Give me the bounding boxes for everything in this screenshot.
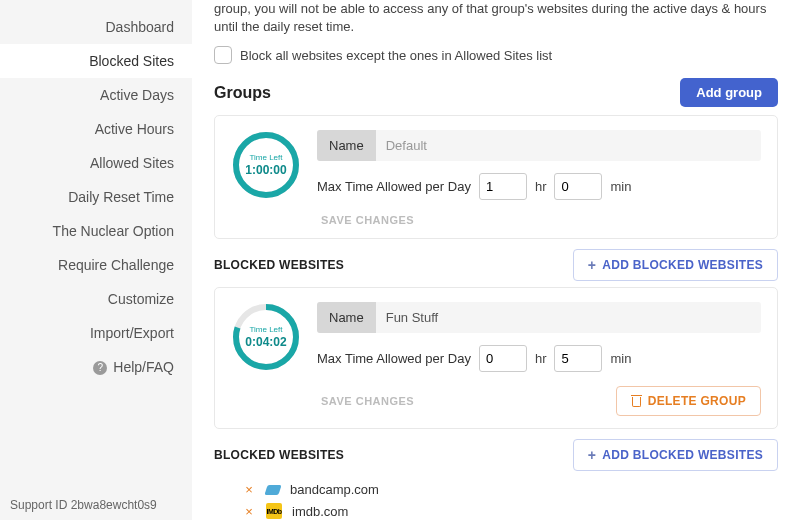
site-domain: imdb.com bbox=[292, 504, 348, 519]
add-blocked-label: ADD BLOCKED WEBSITES bbox=[602, 258, 763, 272]
sidebar-item-daily-reset-time[interactable]: Daily Reset Time bbox=[0, 180, 192, 214]
sidebar: Dashboard Blocked Sites Active Days Acti… bbox=[0, 0, 192, 520]
block-all-checkbox[interactable] bbox=[214, 46, 232, 64]
time-left-value: 1:00:00 bbox=[245, 163, 286, 177]
delete-group-button[interactable]: DELETE GROUP bbox=[616, 386, 761, 416]
support-id: Support ID 2bwa8ewcht0s9 bbox=[10, 498, 157, 512]
sidebar-item-active-days[interactable]: Active Days bbox=[0, 78, 192, 112]
add-blocked-label: ADD BLOCKED WEBSITES bbox=[602, 448, 763, 462]
time-left-label: Time Left bbox=[249, 325, 282, 334]
blocked-site-row: × IMDb imdb.com bbox=[242, 500, 778, 520]
block-all-label: Block all websites except the ones in Al… bbox=[240, 48, 552, 63]
group-card: Time Left 1:00:00 Name Max Time Allowed … bbox=[214, 115, 778, 239]
max-time-label: Max Time Allowed per Day bbox=[317, 351, 471, 366]
plus-icon: + bbox=[588, 448, 596, 462]
name-label: Name bbox=[317, 302, 376, 333]
blocked-site-row: × bandcamp.com bbox=[242, 479, 778, 500]
blocked-websites-title: BLOCKED WEBSITES bbox=[214, 448, 344, 462]
group-name-input[interactable] bbox=[376, 302, 761, 333]
hours-input[interactable] bbox=[479, 173, 527, 200]
sidebar-item-active-hours[interactable]: Active Hours bbox=[0, 112, 192, 146]
groups-header: Groups Add group bbox=[214, 78, 778, 107]
main-content: group, you will not be able to access an… bbox=[192, 0, 800, 520]
imdb-icon: IMDb bbox=[266, 503, 282, 519]
time-left-value: 0:04:02 bbox=[245, 335, 286, 349]
add-group-button[interactable]: Add group bbox=[680, 78, 778, 107]
site-domain: bandcamp.com bbox=[290, 482, 379, 497]
remove-site-button[interactable]: × bbox=[242, 482, 256, 497]
sidebar-item-customize[interactable]: Customize bbox=[0, 282, 192, 316]
remove-site-button[interactable]: × bbox=[242, 504, 256, 519]
hr-unit: hr bbox=[535, 351, 547, 366]
delete-group-label: DELETE GROUP bbox=[648, 394, 746, 408]
timer-ring: Time Left 1:00:00 bbox=[231, 130, 301, 200]
max-time-label: Max Time Allowed per Day bbox=[317, 179, 471, 194]
add-blocked-websites-button[interactable]: + ADD BLOCKED WEBSITES bbox=[573, 249, 778, 281]
sidebar-item-require-challenge[interactable]: Require Challenge bbox=[0, 248, 192, 282]
hours-input[interactable] bbox=[479, 345, 527, 372]
sidebar-item-nuclear-option[interactable]: The Nuclear Option bbox=[0, 214, 192, 248]
sidebar-item-blocked-sites[interactable]: Blocked Sites bbox=[0, 44, 192, 78]
group-card: Time Left 0:04:02 Name Max Time Allowed … bbox=[214, 287, 778, 429]
add-blocked-websites-button[interactable]: + ADD BLOCKED WEBSITES bbox=[573, 439, 778, 471]
save-changes-button[interactable]: SAVE CHANGES bbox=[321, 214, 414, 226]
plus-icon: + bbox=[588, 258, 596, 272]
intro-text: group, you will not be able to access an… bbox=[214, 0, 778, 36]
blocked-header: BLOCKED WEBSITES + ADD BLOCKED WEBSITES bbox=[214, 249, 778, 281]
save-changes-button[interactable]: SAVE CHANGES bbox=[321, 395, 414, 407]
blocked-site-list: × bandcamp.com × IMDb imdb.com bbox=[214, 477, 778, 520]
minutes-input[interactable] bbox=[554, 173, 602, 200]
min-unit: min bbox=[610, 179, 631, 194]
groups-title: Groups bbox=[214, 84, 271, 102]
block-all-row: Block all websites except the ones in Al… bbox=[214, 46, 778, 64]
sidebar-item-dashboard[interactable]: Dashboard bbox=[0, 10, 192, 44]
hr-unit: hr bbox=[535, 179, 547, 194]
bandcamp-icon bbox=[264, 485, 281, 495]
sidebar-item-help-faq[interactable]: Help/FAQ bbox=[0, 350, 192, 384]
time-left-label: Time Left bbox=[249, 153, 282, 162]
minutes-input[interactable] bbox=[554, 345, 602, 372]
name-label: Name bbox=[317, 130, 376, 161]
sidebar-item-import-export[interactable]: Import/Export bbox=[0, 316, 192, 350]
blocked-header: BLOCKED WEBSITES + ADD BLOCKED WEBSITES bbox=[214, 439, 778, 471]
timer-ring: Time Left 0:04:02 bbox=[231, 302, 301, 372]
sidebar-item-allowed-sites[interactable]: Allowed Sites bbox=[0, 146, 192, 180]
trash-icon bbox=[631, 395, 642, 407]
min-unit: min bbox=[610, 351, 631, 366]
group-name-input[interactable] bbox=[376, 130, 761, 161]
blocked-websites-title: BLOCKED WEBSITES bbox=[214, 258, 344, 272]
